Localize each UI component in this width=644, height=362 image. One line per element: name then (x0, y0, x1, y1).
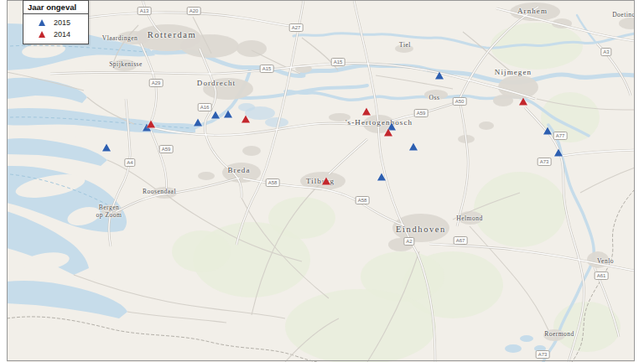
city-label-oss: Oss (429, 95, 440, 102)
road-shield-a27: A27 (289, 23, 304, 32)
accident-marker-2014 (362, 108, 371, 116)
road-shield-a73: A73 (538, 158, 552, 166)
road-shield-a59: A59 (414, 109, 428, 117)
legend: Jaar ongeval 20152014 (23, 0, 89, 44)
road-shield-a15: A15 (331, 58, 345, 66)
accident-marker-2015 (102, 144, 111, 152)
accident-marker-2014 (322, 178, 330, 185)
accident-marker-2015 (224, 111, 232, 118)
road-shield-a50: A50 (453, 97, 467, 106)
legend-item-label: 2014 (54, 30, 70, 39)
accident-marker-2015 (435, 72, 444, 80)
city-label-vlaardingen: Vlaardingen (102, 35, 138, 43)
road-shield-a59: A59 (159, 145, 174, 153)
city-label-roermond: Roermond (544, 331, 574, 339)
left-margin (0, 0, 7, 362)
city-label-bergen-op-zoom: Bergen op Zoom (96, 204, 122, 219)
city-label-arnhem: Arnhem (517, 7, 548, 15)
city-label-helmond: Helmond (456, 215, 482, 223)
legend-title: Jaar ongeval (23, 1, 88, 14)
city-label-spijkenisse: Spijkenisse (109, 61, 143, 69)
right-margin (635, 0, 644, 362)
road-shield-a2: A2 (403, 237, 414, 246)
city-label-breda: Breda (228, 166, 251, 174)
road-shield-a61: A61 (595, 272, 609, 280)
city-label-roosendaal: Roosendaal (143, 189, 176, 196)
accident-marker-2014 (147, 121, 155, 128)
road-shield-a58: A58 (356, 196, 370, 204)
city-label-s-hertogenbosch: 's-Hertogenbosch (345, 118, 413, 127)
legend-item-2014: 2014 (23, 28, 88, 40)
triangle-marker-icon (39, 19, 45, 26)
accident-marker-2015 (554, 149, 563, 157)
accident-marker-2015 (194, 119, 202, 127)
road-shield-a73: A73 (536, 350, 550, 359)
legend-item-label: 2015 (54, 18, 70, 27)
city-label-venlo: Venlo (597, 258, 614, 266)
legend-item-2015: 2015 (23, 17, 88, 28)
road-shield-a3: A3 (600, 48, 611, 56)
city-label-rotterdam: Rotterdam (148, 30, 197, 40)
road-shield-a58: A58 (266, 178, 280, 187)
accident-marker-2014 (519, 98, 527, 106)
city-label-tiel: Tiel (399, 42, 411, 49)
map-screenshot: RotterdamVlaardingenSpijkenisseDordrecht… (0, 0, 644, 362)
map-overlay: RotterdamVlaardingenSpijkenisseDordrecht… (0, 0, 644, 362)
city-label-dordrecht: Dordrecht (197, 79, 236, 87)
road-shield-a29: A29 (149, 79, 164, 87)
road-shield-a77: A77 (553, 132, 568, 140)
road-shield-a16: A16 (198, 103, 212, 111)
legend-items: 20152014 (23, 14, 88, 44)
road-shield-a15: A15 (260, 65, 274, 73)
road-shield-a13: A13 (138, 7, 152, 15)
accident-marker-2015 (409, 143, 418, 151)
road-shield-a67: A67 (454, 236, 468, 245)
city-label-nijmegen: Nijmegen (495, 68, 532, 76)
accident-marker-2015 (543, 127, 552, 135)
triangle-marker-icon (39, 31, 45, 38)
accident-marker-2015 (377, 173, 386, 181)
city-label-eindhoven: Eindhoven (396, 225, 446, 235)
accident-marker-2015 (211, 111, 220, 119)
accident-marker-2014 (384, 129, 392, 137)
accident-marker-2014 (242, 116, 250, 123)
road-shield-a4: A4 (124, 158, 135, 167)
road-shield-a20: A20 (187, 7, 201, 15)
